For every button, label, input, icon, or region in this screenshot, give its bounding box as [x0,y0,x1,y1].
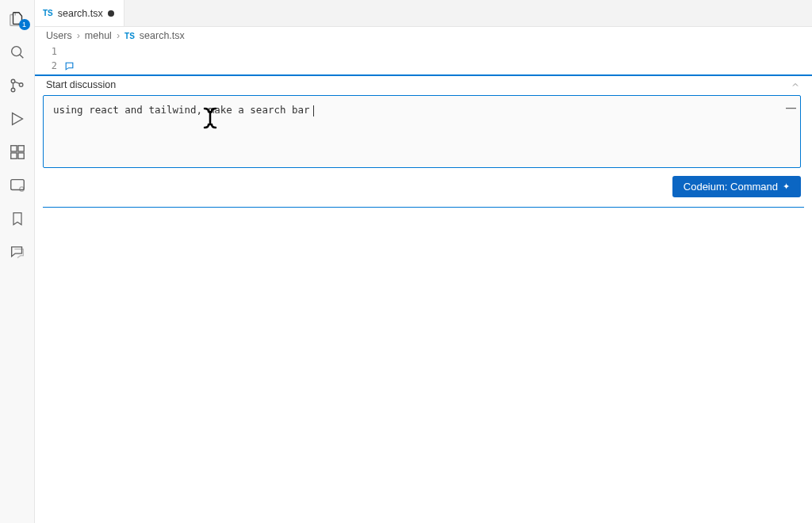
line-number: 2 [46,59,57,73]
codeium-command-button[interactable]: Codeium: Command ✦ [672,176,801,197]
explorer-icon[interactable]: 1 [8,10,27,29]
tab-search-tsx[interactable]: TS search.tsx [35,0,124,26]
comments-icon[interactable] [8,242,27,262]
activity-bar: 1 [0,0,35,523]
explorer-badge: 1 [19,19,30,30]
discussion-panel: Start discussion using react and tailwin… [35,76,812,208]
file-lang-badge: TS [43,9,53,17]
breadcrumb-segment[interactable]: Users [46,30,72,41]
search-icon[interactable] [8,43,27,62]
run-debug-icon[interactable] [8,109,27,128]
svg-line-1 [19,55,22,58]
dirty-indicator-icon [108,10,114,17]
svg-rect-5 [10,146,16,151]
extensions-icon[interactable] [8,143,27,162]
tab-filename: search.tsx [58,8,103,19]
command-input[interactable]: using react and tailwind, make a search … [43,95,801,168]
svg-point-0 [11,47,21,56]
discussion-header[interactable]: Start discussion [43,76,804,95]
breadcrumb[interactable]: Users › mehul › TS search.tsx [35,27,812,44]
svg-rect-8 [17,146,23,151]
chevron-right-icon: › [77,30,80,41]
command-input-wrapper: using react and tailwind, make a search … [43,95,804,168]
chevron-right-icon: › [117,30,120,41]
separator [35,74,812,76]
code-editor[interactable]: 1 2 [35,44,812,76]
breadcrumb-segment[interactable]: mehul [85,30,112,41]
breadcrumb-file[interactable]: search.tsx [140,30,185,41]
bookmark-icon[interactable] [8,209,27,228]
command-button-label: Codeium: Command [684,181,778,193]
svg-point-2 [11,79,15,83]
separator [43,207,804,208]
file-lang-badge: TS [124,32,135,40]
discussion-title: Start discussion [46,79,116,90]
command-input-value: using react and tailwind, make a search … [53,104,310,116]
chevron-up-icon[interactable] [790,79,801,90]
svg-rect-6 [10,153,16,158]
editor-tabs: TS search.tsx [35,0,812,27]
svg-rect-9 [10,180,24,190]
minimize-icon[interactable]: — [786,101,796,113]
sparkle-icon: ✦ [783,181,790,192]
line-number: 1 [46,44,57,59]
main-editor-area: TS search.tsx Users › mehul › TS search.… [35,0,812,523]
source-control-icon[interactable] [8,76,27,95]
svg-point-4 [19,83,23,87]
svg-point-3 [11,88,15,92]
remote-icon[interactable] [8,176,27,195]
svg-rect-7 [17,153,23,158]
comment-thread-icon[interactable] [63,60,75,71]
text-caret-icon [313,105,314,116]
